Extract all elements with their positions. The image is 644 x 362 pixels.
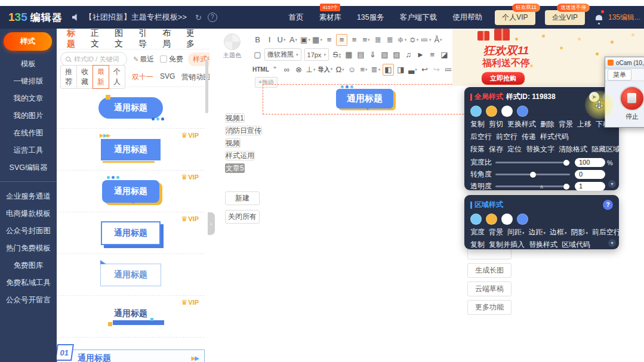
eraser-icon[interactable]: ◪ [439, 49, 449, 60]
search-input[interactable] [73, 55, 122, 63]
more-functions-button[interactable]: 更多功能 [467, 300, 511, 315]
template-scrollbar[interactable] [205, 60, 208, 113]
sidebar-item-公众号封面图[interactable]: 公众号封面图 [0, 222, 57, 240]
global-action-隐藏区域样式[interactable]: 隐藏区域样式 [591, 144, 619, 154]
indent-less-icon[interactable]: ≣ [385, 35, 395, 45]
color-swatch[interactable] [501, 106, 513, 117]
global-action-替换文字[interactable]: 替换文字 [526, 144, 554, 154]
nav-help[interactable]: 使用帮助 [452, 13, 482, 23]
doc-tab-样式运用[interactable]: 样式运用 [225, 151, 255, 160]
personal-vip-button[interactable]: 个人VIP狂欢双11 [495, 10, 535, 25]
selected-title-element[interactable]: 通用标题 [336, 89, 393, 109]
global-action-复制[interactable]: 复制 [470, 119, 485, 129]
filter-segment-推荐[interactable]: 推荐 [60, 65, 77, 89]
color-swatch[interactable] [517, 214, 528, 225]
color-swatch[interactable] [501, 214, 513, 225]
nav-client-download[interactable]: 客户端下载 [400, 13, 437, 23]
global-action-剪切[interactable]: 剪切 [489, 119, 503, 129]
color-swatch[interactable] [517, 106, 528, 117]
nav-home[interactable]: 首页 [288, 13, 303, 23]
redo-icon[interactable]: ↪ [432, 64, 442, 75]
gallery-icon[interactable]: ▨ [392, 49, 402, 60]
filter-segment-收藏[interactable]: 收藏 [76, 65, 93, 89]
refresh-icon[interactable]: ↻ [195, 13, 202, 22]
template-item-pill[interactable]: 通用标题 [57, 87, 205, 129]
region-action-间距[interactable]: 间距▾ [507, 227, 525, 237]
region-action-复制并插入[interactable]: 复制并插入 [489, 240, 525, 250]
align-left-icon[interactable]: ≡ [324, 35, 334, 45]
help-icon[interactable]: ? [603, 200, 613, 210]
slider-value[interactable]: 0 [575, 170, 605, 179]
account-name[interactable]: 135编辑... [608, 13, 640, 23]
global-action-前空行[interactable]: 前空行 [496, 132, 517, 142]
sidebar-item-免费私域工具[interactable]: 免费私域工具 [0, 274, 57, 292]
align-justify-icon[interactable]: ≡▾ [361, 35, 371, 45]
doc-tab-视频1[interactable]: 视频1 [225, 113, 245, 123]
html-source-icon[interactable]: HTML [252, 64, 268, 75]
region-action-边距[interactable]: 边距▾ [529, 227, 546, 237]
global-action-背景[interactable]: 背景 [559, 119, 573, 129]
region-action-区域代码[interactable]: 区域代码 [562, 240, 590, 250]
slider-value[interactable]: 100 [575, 158, 605, 167]
style-search[interactable] [60, 52, 127, 66]
template-item-underline-text[interactable]: ♛VIP 通用标题 [57, 296, 205, 338]
background-color-icon[interactable]: ▣▾ [300, 35, 310, 45]
color-swatch[interactable] [486, 214, 497, 225]
sidebar-item-运营工具[interactable]: 运营工具 [0, 142, 57, 159]
ocam-stop-button[interactable] [620, 86, 644, 111]
filter-link-SVG[interactable]: SVG [160, 72, 175, 82]
global-action-段落[interactable]: 段落 [470, 144, 485, 154]
word-import-icon[interactable]: ⇓ [368, 49, 378, 60]
page-break-icon[interactable]: ⊥▾ [306, 64, 316, 75]
global-action-上移[interactable]: 上移 [577, 119, 591, 129]
doc-tab-视频[interactable]: 视频 [225, 138, 241, 148]
region-action-宽度[interactable]: 宽度 [470, 227, 485, 237]
hr-style-icon[interactable]: ≡▾ [359, 64, 369, 75]
sidebar-item-我的文章[interactable]: 我的文章 [0, 90, 57, 107]
ocam-menu-button[interactable]: 菜单 [608, 69, 631, 81]
unlink-icon[interactable]: ⊗ [294, 64, 304, 75]
bold-icon[interactable]: B [252, 35, 263, 45]
slider-track[interactable] [495, 162, 570, 163]
color-swatch[interactable] [470, 214, 482, 225]
font-family-select[interactable]: 微软雅黑▾ [264, 48, 301, 61]
ocam-titlebar[interactable]: oCam (10, 6 [605, 57, 644, 69]
align-right-icon[interactable]: ≡ [349, 35, 359, 45]
slider-knob[interactable] [530, 172, 536, 178]
hr-style-2-icon[interactable]: ≣▾ [371, 64, 381, 75]
sidebar-item-样式[interactable]: 样式 [4, 32, 52, 51]
emoji-icon[interactable]: ☺ [347, 64, 357, 75]
font-size-select[interactable]: 17px▾ [304, 48, 329, 61]
table-icon[interactable]: ▦ [344, 49, 354, 60]
sidebar-item-企业服务通道[interactable]: 企业服务通道 [0, 188, 57, 205]
global-action-清除格式[interactable]: 清除格式 [559, 144, 587, 154]
template-item-rect-underline[interactable]: ♛VIP ▶▶▶通用标题 [57, 129, 205, 171]
color-swatch[interactable] [470, 106, 482, 117]
sidebar-item-热门免费模板[interactable]: 热门免费模板 [0, 240, 57, 257]
indent-more-icon[interactable]: ≣ [373, 35, 383, 45]
close-all-button[interactable]: 关闭所有 [225, 210, 260, 224]
theme-color-picker[interactable]: 主题色 [222, 33, 242, 60]
sidebar-item-一键排版[interactable]: 一键排版 [0, 73, 57, 90]
region-action-复制[interactable]: 复制 [470, 240, 485, 250]
app-logo[interactable]: 135 编辑器 [8, 11, 63, 24]
generate-long-image-button[interactable]: 生成长图 [467, 263, 511, 278]
sidebar-item-公众号开留言[interactable]: 公众号开留言 [0, 292, 57, 309]
template-item-speech-bubble[interactable]: ♛VIP 通用标题 [57, 171, 205, 212]
undo-icon[interactable]: ↩ [420, 64, 430, 75]
template-tab-引导[interactable]: 引导 [138, 28, 152, 49]
new-doc-tab-button[interactable]: 新建 [225, 191, 260, 205]
region-action-背景[interactable]: 背景 [489, 227, 503, 237]
filter-link-双十一[interactable]: 双十一 [132, 72, 153, 82]
global-action-定位[interactable]: 定位 [507, 144, 522, 154]
margin-left-box-icon[interactable]: ◧ [383, 64, 394, 76]
new-doc-icon[interactable]: ▢ [252, 49, 263, 60]
region-action-前后空行[interactable]: 前后空行▾ [592, 227, 619, 237]
highlight-block-icon[interactable]: ▃▾ [408, 64, 418, 75]
border-style-icon[interactable]: ▦▾ [312, 35, 322, 45]
cloud-draft-button[interactable]: 云端草稿 [467, 281, 511, 296]
font-color-icon[interactable]: A▾ [288, 35, 298, 45]
global-action-更换样式[interactable]: 更换样式 [507, 119, 536, 129]
global-action-删除[interactable]: 删除 [540, 119, 554, 129]
strikethrough-icon[interactable]: S▾ [332, 49, 342, 60]
